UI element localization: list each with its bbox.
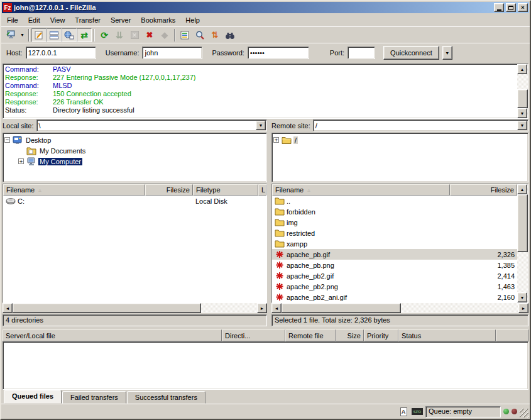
speed-limits-indicator[interactable]: SPD xyxy=(412,407,423,417)
transfer-queue: Server/Local file Directi... Remote file… xyxy=(3,329,528,390)
scrollbar-track[interactable] xyxy=(401,303,518,313)
local-horizontal-scrollbar[interactable]: ◄ ► xyxy=(3,303,267,313)
reconnect-button[interactable]: ◆ xyxy=(157,28,172,42)
remote-site-dropdown-button[interactable]: ▼ xyxy=(517,121,527,130)
scrollbar-thumb[interactable] xyxy=(517,89,528,108)
scroll-down-icon[interactable]: ▼ xyxy=(517,292,527,302)
column-filename[interactable]: Filename ▵ xyxy=(272,184,450,196)
toggle-message-log-button[interactable] xyxy=(31,28,47,42)
host-input[interactable] xyxy=(26,47,96,59)
file-row[interactable]: forbidden xyxy=(272,206,517,217)
file-row[interactable]: img xyxy=(272,217,517,228)
process-queue-button[interactable]: ⇊ xyxy=(112,28,127,42)
scroll-right-icon[interactable]: ► xyxy=(257,303,267,313)
scroll-up-icon[interactable]: ▲ xyxy=(517,64,527,74)
menu-help[interactable]: Help xyxy=(180,15,205,25)
disconnect-button[interactable]: ✖ xyxy=(142,28,157,42)
compare-directories-button[interactable] xyxy=(192,28,207,42)
find-files-button[interactable] xyxy=(222,28,238,42)
file-row[interactable]: .. xyxy=(272,196,517,206)
column-filetype[interactable]: Filetype xyxy=(193,184,258,196)
transfer-type-indicator[interactable]: A xyxy=(398,407,409,417)
scroll-down-icon[interactable]: ▼ xyxy=(517,108,527,118)
column-direction[interactable]: Directi... xyxy=(222,329,285,341)
menu-file[interactable]: File xyxy=(2,15,23,25)
resize-grip[interactable] xyxy=(520,409,528,417)
toggle-local-tree-button[interactable] xyxy=(47,28,62,42)
scrollbar-track[interactable] xyxy=(517,252,528,292)
scrollbar-thumb[interactable] xyxy=(282,303,401,313)
file-row[interactable]: apache_pb2.png 1,463 xyxy=(272,281,517,292)
scroll-up-icon[interactable]: ▲ xyxy=(517,184,527,194)
log-vertical-scrollbar[interactable]: ▲ ▼ xyxy=(517,64,528,118)
refresh-button[interactable]: ⟳ xyxy=(97,28,112,42)
column-filesize[interactable]: Filesize xyxy=(450,184,517,196)
apache-feather-icon xyxy=(275,282,285,290)
column-remote-file[interactable]: Remote file xyxy=(285,329,336,341)
scrollbar-thumb[interactable] xyxy=(13,303,201,313)
column-filesize[interactable]: Filesize xyxy=(145,184,193,196)
tree-item-desktop[interactable]: − Desktop xyxy=(4,135,266,145)
remote-site-combobox[interactable]: / ▼ xyxy=(313,119,528,131)
collapse-icon[interactable]: − xyxy=(4,137,10,143)
tab-failed-transfers[interactable]: Failed transfers xyxy=(62,391,126,404)
column-server-local-file[interactable]: Server/Local file xyxy=(3,329,222,341)
local-site-combobox[interactable]: \ ▼ xyxy=(36,119,267,131)
message-log-body: Command:PASV Response:227 Entering Passi… xyxy=(3,64,517,118)
cancel-operation-button[interactable]: ✕ xyxy=(127,28,142,42)
password-input[interactable] xyxy=(248,47,309,59)
expand-icon[interactable]: + xyxy=(18,158,24,164)
file-name: apache_pb2.gif xyxy=(287,272,334,280)
scrollbar-thumb[interactable] xyxy=(517,194,528,252)
menu-edit[interactable]: Edit xyxy=(23,15,45,25)
port-input[interactable] xyxy=(348,47,375,59)
scroll-left-icon[interactable]: ◄ xyxy=(3,303,13,313)
close-button[interactable]: × xyxy=(518,3,528,12)
toolbar-separator xyxy=(174,29,175,41)
scrollbar-track[interactable] xyxy=(517,74,528,89)
scroll-right-icon[interactable]: ► xyxy=(518,303,528,313)
tree-item-root[interactable]: + / xyxy=(273,135,528,145)
remote-vertical-scrollbar[interactable]: ▲ ▼ xyxy=(517,184,528,302)
tree-item-my-computer[interactable]: + My Computer xyxy=(4,156,266,167)
column-last-modified[interactable]: L xyxy=(258,184,266,196)
tab-successful-transfers[interactable]: Successful transfers xyxy=(127,391,205,404)
minimize-button[interactable] xyxy=(494,3,504,12)
file-row[interactable]: apache_pb2_ani.gif 2,160 xyxy=(272,292,517,302)
column-status[interactable]: Status xyxy=(398,329,496,341)
maximize-button[interactable] xyxy=(506,3,516,12)
quickconnect-button[interactable]: Quickconnect xyxy=(383,46,439,60)
scroll-left-icon[interactable]: ◄ xyxy=(271,303,282,313)
synchronized-browsing-button[interactable]: ⇅ xyxy=(207,28,222,42)
remote-horizontal-scrollbar[interactable]: ◄ ► xyxy=(271,303,528,313)
activity-led-green-icon xyxy=(503,409,509,414)
pane-splitter[interactable] xyxy=(267,119,271,328)
file-row-selected[interactable]: apache_pb.gif 2,326 xyxy=(272,249,517,260)
local-site-dropdown-button[interactable]: ▼ xyxy=(256,121,266,130)
tab-queued-files[interactable]: Queued files xyxy=(4,390,62,404)
tree-item-my-documents[interactable]: My Documents xyxy=(4,145,266,156)
quickconnect-dropdown-button[interactable]: ▼ xyxy=(442,46,452,60)
directory-filters-button[interactable] xyxy=(177,28,192,42)
site-manager-dropdown-button[interactable]: ▼ xyxy=(18,29,26,41)
menu-server[interactable]: Server xyxy=(106,15,136,25)
scrollbar-track[interactable] xyxy=(201,303,257,313)
toggle-transfer-queue-button[interactable]: ⇄ xyxy=(77,28,92,42)
column-size[interactable]: Size xyxy=(336,329,364,341)
my-documents-icon xyxy=(26,146,36,155)
site-manager-button[interactable] xyxy=(3,28,18,42)
file-row[interactable]: restricted xyxy=(272,228,517,238)
column-priority[interactable]: Priority xyxy=(364,329,398,341)
file-row[interactable]: xampp xyxy=(272,238,517,249)
menu-bookmarks[interactable]: Bookmarks xyxy=(136,15,180,25)
username-input[interactable] xyxy=(142,47,202,59)
file-row-c-drive[interactable]: C: Local Disk xyxy=(3,196,266,206)
toggle-remote-tree-button[interactable] xyxy=(62,28,77,42)
file-row[interactable]: apache_pb2.gif 2,414 xyxy=(272,270,517,281)
menu-transfer[interactable]: Transfer xyxy=(70,15,106,25)
menu-view[interactable]: View xyxy=(45,15,70,25)
column-filename[interactable]: Filename ▵ xyxy=(3,184,145,196)
file-row[interactable]: apache_pb.png 1,385 xyxy=(272,260,517,270)
expand-icon[interactable]: + xyxy=(273,137,279,143)
my-computer-icon xyxy=(26,157,36,166)
